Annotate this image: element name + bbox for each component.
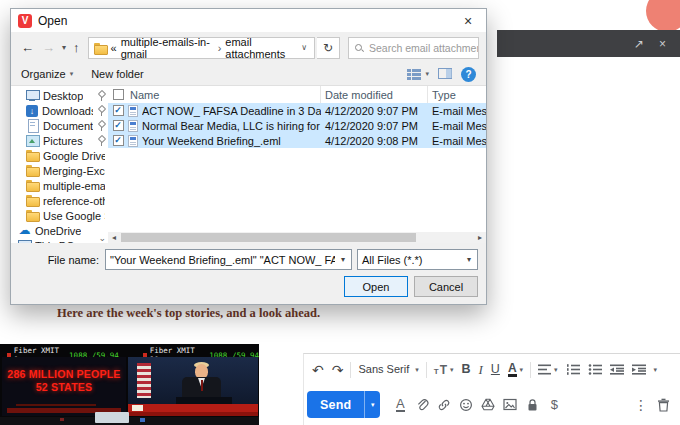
lock-icon <box>526 398 539 412</box>
sidebar-item-desktop[interactable]: Desktop <box>11 88 108 103</box>
indent-more-icon <box>632 364 646 375</box>
file-row[interactable]: ✓ ACT NOW_ FAFSA Deadline in 3 Days!.eml… <box>108 103 486 118</box>
file-checkbox[interactable]: ✓ <box>113 120 124 131</box>
feed-left-monitor: 286 MILLION PEOPLE 52 STATES <box>2 357 126 416</box>
new-folder-button[interactable]: New folder <box>91 68 144 80</box>
text-color-button[interactable]: A ▾ <box>504 359 527 381</box>
redo-icon[interactable]: ↷ <box>328 359 348 381</box>
column-header-name[interactable]: Name <box>128 86 321 103</box>
sidebar-item-label: multiple-emails- <box>43 180 105 192</box>
undo-icon[interactable]: ↶ <box>308 359 328 381</box>
file-checkbox[interactable]: ✓ <box>113 105 124 116</box>
font-size-button[interactable]: TT ▾ <box>430 359 458 381</box>
sidebar-item-use-google-sheets[interactable]: Use Google Shee <box>11 208 108 223</box>
sidebar-item-label: Desktop <box>43 90 83 102</box>
breadcrumb[interactable]: « multiple-emails-in-gmail › email attac… <box>88 37 315 59</box>
sidebar-item-label: Pictures <box>43 135 83 147</box>
sidebar-item-documents[interactable]: Documents <box>11 118 108 133</box>
file-type: E-mail Messa <box>428 105 486 117</box>
indent-more-button[interactable] <box>628 359 650 381</box>
eml-file-icon <box>128 105 138 117</box>
preview-pane-button[interactable] <box>438 68 452 81</box>
chevron-down-icon[interactable]: ▾ <box>461 255 477 264</box>
back-button[interactable]: ← <box>18 41 37 54</box>
sidebar-item-google-drive[interactable]: Google Drive <box>11 148 108 163</box>
open-button[interactable]: Open <box>344 276 408 297</box>
breadcrumb-dropdown-icon[interactable]: ∨ <box>301 43 309 52</box>
scrollbar-thumb[interactable] <box>121 233 416 242</box>
insert-image-button[interactable] <box>499 394 521 416</box>
bulleted-list-icon <box>588 364 602 375</box>
help-button[interactable]: ? <box>461 67 476 82</box>
money-button[interactable]: $ <box>543 394 565 416</box>
align-button[interactable]: ▾ <box>534 359 562 381</box>
more-options-icon[interactable]: ⋮ <box>630 394 652 416</box>
dialog-titlebar[interactable]: V Open × <box>11 9 486 32</box>
sidebar-item-pictures[interactable]: Pictures <box>11 133 108 148</box>
sidebar-item-merging-excel[interactable]: Merging-Excel <box>11 163 108 178</box>
podium <box>176 397 232 404</box>
chevron-down-icon[interactable]: ▾ <box>335 255 351 264</box>
insert-emoji-button[interactable] <box>455 394 477 416</box>
check-icon: ✓ <box>114 106 122 115</box>
breadcrumb-overflow[interactable]: « <box>111 42 117 54</box>
search-input[interactable]: Search email attachments <box>348 37 479 59</box>
numbered-list-button[interactable] <box>562 359 584 381</box>
font-family-selector[interactable]: Sans Serif ▾ <box>354 359 422 381</box>
search-icon <box>354 43 364 53</box>
close-compose-icon[interactable]: × <box>659 38 666 50</box>
check-icon: ✓ <box>114 136 122 145</box>
formatting-options-button[interactable]: A <box>389 394 411 416</box>
column-header-date-modified[interactable]: Date modified <box>321 86 428 103</box>
insert-drive-file-button[interactable] <box>477 394 499 416</box>
feed-right-monitor <box>128 357 258 416</box>
insert-link-button[interactable] <box>433 394 455 416</box>
sidebar-item-downloads[interactable]: ↓ Downloads <box>11 103 108 118</box>
indent-less-button[interactable] <box>606 359 628 381</box>
eml-file-icon <box>128 135 138 147</box>
file-type-select[interactable]: All Files (*.*) ▾ <box>357 249 478 270</box>
bulleted-list-button[interactable] <box>584 359 606 381</box>
horizontal-scrollbar[interactable]: ◂ ▸ <box>108 232 486 243</box>
forward-button[interactable]: → <box>39 41 58 54</box>
preview-pane-icon <box>438 68 452 79</box>
send-options-icon[interactable]: ▾ <box>364 391 380 418</box>
underline-button[interactable]: U <box>487 359 504 381</box>
up-button[interactable]: ↑ <box>70 41 83 54</box>
column-header-type[interactable]: Type <box>428 86 486 103</box>
compose-panel: ↶ ↷ Sans Serif ▾ TT ▾ B I U A ▾ ▾ <box>303 353 680 425</box>
breadcrumb-segment[interactable]: email attachments <box>225 36 297 60</box>
dialog-close-button[interactable]: × <box>450 9 486 32</box>
popout-icon[interactable]: ↗ <box>634 38 644 50</box>
file-type: E-mail Messa <box>428 135 486 147</box>
change-view-button[interactable]: ▾ <box>407 69 429 80</box>
send-button[interactable]: Send ▾ <box>307 391 380 418</box>
scroll-right-icon[interactable]: ▸ <box>474 232 486 243</box>
file-name-input[interactable]: "Your Weekend Briefing_.eml" "ACT NOW_ F… <box>105 249 352 270</box>
folder-icon <box>26 194 39 207</box>
italic-button[interactable]: I <box>475 359 487 381</box>
breadcrumb-segment[interactable]: multiple-emails-in-gmail <box>121 36 214 60</box>
attach-file-button[interactable] <box>411 394 433 416</box>
file-row[interactable]: ✓ Your Weekend Briefing_.eml 4/12/2020 9… <box>108 133 486 148</box>
scroll-left-icon[interactable]: ◂ <box>108 232 120 243</box>
organize-menu[interactable]: Organize ▾ <box>21 68 73 80</box>
sidebar-item-reference-other[interactable]: reference-other- <box>11 193 108 208</box>
cancel-button[interactable]: Cancel <box>414 276 478 297</box>
bold-button[interactable]: B <box>457 359 474 381</box>
sidebar-scroll-down-icon[interactable]: ⌄ <box>98 234 106 243</box>
select-all-checkbox[interactable] <box>113 89 124 100</box>
more-formatting-button[interactable]: ▾ <box>650 359 662 381</box>
file-row[interactable]: ✓ Normal Bear Media, LLC is hiring for P… <box>108 118 486 133</box>
recent-locations-icon[interactable]: ▾ <box>60 44 68 52</box>
channel-bug <box>132 405 143 411</box>
file-checkbox[interactable]: ✓ <box>113 135 124 146</box>
pin-icon <box>97 91 105 101</box>
refresh-button[interactable]: ↻ <box>317 37 340 59</box>
confidential-mode-button[interactable] <box>521 394 543 416</box>
sidebar-item-this-pc[interactable]: This PC <box>11 238 108 243</box>
formatting-toolbar: ↶ ↷ Sans Serif ▾ TT ▾ B I U A ▾ ▾ <box>304 354 680 385</box>
sidebar-item-onedrive[interactable]: ☁ OneDrive <box>11 223 108 238</box>
discard-draft-button[interactable] <box>652 394 674 416</box>
sidebar-item-multiple-emails[interactable]: multiple-emails- <box>11 178 108 193</box>
